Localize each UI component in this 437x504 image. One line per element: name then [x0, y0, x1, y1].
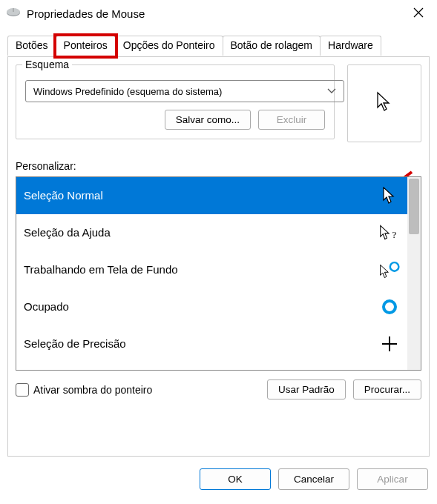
titlebar: Propriedades de Mouse [0, 0, 437, 25]
browse-button[interactable]: Procurar... [353, 379, 421, 399]
cursor-preview [347, 64, 421, 142]
chevron-down-icon [327, 86, 336, 96]
apply-button: Aplicar [357, 468, 428, 490]
list-item-label: Seleção da Ajuda [24, 226, 111, 239]
list-item[interactable]: Seleção da Ajuda ? [16, 214, 407, 251]
scheme-select-value: Windows Predefinido (esquema do sistema) [33, 86, 222, 97]
scheme-group-label: Esquema [22, 59, 72, 70]
tab-hardware[interactable]: Hardware [320, 36, 381, 56]
mouse-icon [6, 7, 21, 20]
tab-buttons[interactable]: Botões [7, 36, 56, 56]
list-item-label: Seleção Normal [24, 189, 103, 202]
close-button[interactable] [407, 6, 430, 21]
busy-cursor-icon [379, 296, 400, 317]
svg-point-9 [384, 301, 395, 313]
help-cursor-icon: ? [379, 222, 400, 243]
window-title: Propriedades de Mouse [27, 7, 145, 20]
tab-pointer-options[interactable]: Opções do Ponteiro [115, 36, 223, 56]
tab-pointers-label: Ponteiros [64, 39, 108, 51]
tab-strip: Botões Ponteiros Opções do Ponteiro Botã… [0, 25, 437, 56]
shadow-checkbox-label: Ativar sombra do ponteiro [33, 384, 152, 396]
crosshair-cursor-icon [379, 334, 400, 354]
tab-wheel[interactable]: Botão de rolagem [223, 36, 321, 56]
shadow-checkbox-wrap[interactable]: Ativar sombra do ponteiro [16, 383, 152, 397]
cursor-listbox[interactable]: Seleção Normal Seleção da Ajuda ? Trabal… [16, 176, 421, 371]
list-item-label: Trabalhando em Tela de Fundo [24, 263, 178, 276]
list-item-label: Seleção de Precisão [24, 337, 126, 350]
tab-pointers[interactable]: Ponteiros [56, 36, 116, 56]
list-item[interactable]: Ocupado [16, 288, 407, 325]
dialog-footer: OK Cancelar Aplicar [0, 457, 437, 490]
shadow-checkbox[interactable] [16, 383, 29, 397]
tab-content: Esquema Windows Predefinido (esquema do … [7, 56, 430, 457]
svg-text:?: ? [392, 229, 397, 240]
scrollbar[interactable] [407, 177, 421, 370]
cancel-button[interactable]: Cancelar [278, 468, 349, 490]
ok-button[interactable]: OK [200, 468, 271, 490]
list-item[interactable]: Seleção de Precisão [16, 325, 407, 362]
list-item[interactable]: Trabalhando em Tela de Fundo [16, 251, 407, 288]
save-as-button[interactable]: Salvar como... [165, 110, 251, 130]
scroll-thumb[interactable] [409, 179, 419, 234]
scheme-group: Esquema Windows Predefinido (esquema do … [16, 64, 335, 139]
list-item[interactable]: Seleção Normal [16, 177, 407, 214]
arrow-cursor-icon [375, 91, 393, 116]
busy-bg-cursor-icon [379, 259, 400, 280]
svg-point-8 [390, 262, 399, 271]
use-default-button[interactable]: Usar Padrão [267, 379, 346, 399]
delete-button: Excluir [258, 110, 325, 130]
scheme-select[interactable]: Windows Predefinido (esquema do sistema) [25, 80, 344, 102]
personalize-label: Personalizar: [16, 160, 421, 172]
list-item-label: Ocupado [24, 300, 69, 313]
arrow-cursor-icon [379, 185, 400, 206]
